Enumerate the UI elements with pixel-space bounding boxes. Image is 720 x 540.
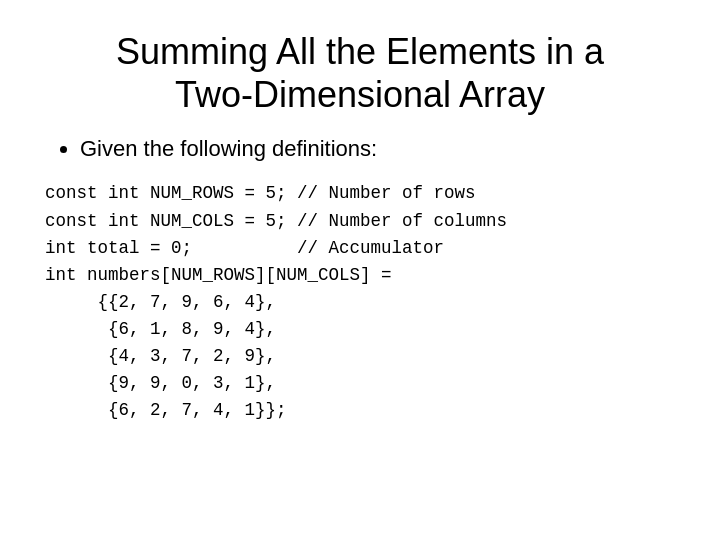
code-line: const int NUM_COLS = 5; // Number of col… [45,208,507,235]
bullet-item: Given the following definitions: [80,136,377,162]
code-line: int total = 0; // Accumulator [45,235,507,262]
bullet-section: Given the following definitions: [40,136,377,162]
code-line: {6, 2, 7, 4, 1}}; [45,397,507,424]
title-line1: Summing All the Elements in a [116,31,604,72]
code-line: {{2, 7, 9, 6, 4}, [45,289,507,316]
code-block: const int NUM_ROWS = 5; // Number of row… [40,180,507,424]
title-line2: Two-Dimensional Array [175,74,545,115]
page-title: Summing All the Elements in a Two-Dimens… [40,30,680,116]
code-line: int numbers[NUM_ROWS][NUM_COLS] = [45,262,507,289]
code-line: const int NUM_ROWS = 5; // Number of row… [45,180,507,207]
code-line: {4, 3, 7, 2, 9}, [45,343,507,370]
title-block: Summing All the Elements in a Two-Dimens… [40,30,680,116]
code-line: {6, 1, 8, 9, 4}, [45,316,507,343]
code-line: {9, 9, 0, 3, 1}, [45,370,507,397]
